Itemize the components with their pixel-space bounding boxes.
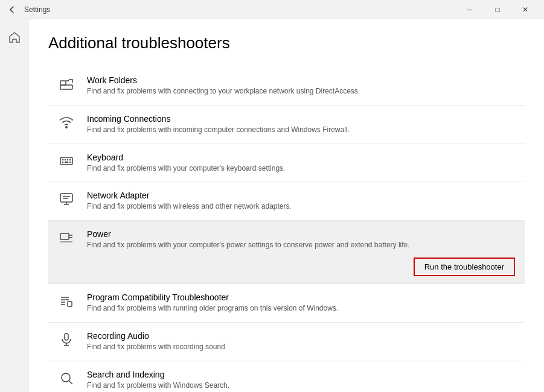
item-text-power: Power Find and fix problems with your co… bbox=[87, 229, 517, 250]
item-text-search-indexing: Search and Indexing Find and fix problem… bbox=[87, 370, 517, 391]
svg-rect-24 bbox=[68, 302, 72, 306]
troubleshooter-item-keyboard[interactable]: Keyboard Find and fix problems with your… bbox=[48, 144, 525, 183]
item-desc-recording-audio: Find and fix problems with recording sou… bbox=[87, 342, 517, 352]
item-title-recording-audio: Recording Audio bbox=[87, 331, 517, 341]
svg-line-29 bbox=[69, 381, 73, 384]
item-text-program-compatibility: Program Compatibility Troubleshooter Fin… bbox=[87, 292, 517, 314]
item-title-search-indexing: Search and Indexing bbox=[87, 370, 517, 379]
svg-rect-11 bbox=[60, 194, 72, 202]
title-bar: Settings ─ □ ✕ bbox=[0, 0, 544, 19]
maximize-button[interactable]: □ bbox=[484, 0, 511, 19]
keyboard-icon bbox=[56, 154, 77, 168]
item-text-keyboard: Keyboard Find and fix problems with your… bbox=[87, 153, 517, 174]
microphone-icon bbox=[56, 332, 77, 347]
power-icon bbox=[56, 230, 77, 245]
sidebar bbox=[0, 19, 29, 392]
run-troubleshooter-button[interactable]: Run the troubleshooter bbox=[414, 258, 515, 276]
item-desc-work-folders: Find and fix problems with connecting to… bbox=[87, 86, 517, 96]
window-title: Settings bbox=[24, 5, 456, 14]
item-title-power: Power bbox=[87, 229, 517, 239]
item-desc-keyboard: Find and fix problems with your computer… bbox=[87, 163, 517, 174]
item-desc-network-adapter: Find and fix problems with wireless and … bbox=[87, 201, 517, 212]
item-title-network-adapter: Network Adapter bbox=[87, 191, 517, 200]
troubleshooter-list: Work Folders Find and fix problems with … bbox=[48, 67, 525, 392]
item-title-incoming-connections: Incoming Connections bbox=[87, 114, 517, 124]
folders-icon bbox=[56, 77, 77, 91]
item-desc-program-compatibility: Find and fix problems with running older… bbox=[87, 303, 517, 314]
minimize-button[interactable]: ─ bbox=[456, 0, 484, 19]
item-desc-incoming-connections: Find and fix problems with incoming comp… bbox=[87, 125, 517, 135]
troubleshooter-item-work-folders[interactable]: Work Folders Find and fix problems with … bbox=[48, 67, 525, 106]
item-text-work-folders: Work Folders Find and fix problems with … bbox=[87, 75, 517, 96]
search-icon bbox=[56, 371, 77, 385]
item-title-work-folders: Work Folders bbox=[87, 75, 517, 85]
item-text-incoming-connections: Incoming Connections Find and fix proble… bbox=[87, 114, 517, 135]
item-text-recording-audio: Recording Audio Find and fix problems wi… bbox=[87, 331, 517, 352]
troubleshooter-item-recording-audio[interactable]: Recording Audio Find and fix problems wi… bbox=[48, 323, 525, 361]
page-title: Additional troubleshooters bbox=[48, 34, 525, 52]
svg-rect-16 bbox=[60, 233, 69, 239]
troubleshooter-item-program-compatibility[interactable]: Program Compatibility Troubleshooter Fin… bbox=[48, 284, 525, 323]
troubleshooter-item-network-adapter[interactable]: Network Adapter Find and fix problems wi… bbox=[48, 182, 525, 221]
troubleshooter-item-incoming-connections[interactable]: Incoming Connections Find and fix proble… bbox=[48, 106, 525, 144]
svg-rect-1 bbox=[60, 85, 72, 89]
svg-point-2 bbox=[66, 127, 67, 128]
home-icon[interactable] bbox=[4, 27, 25, 48]
network-icon bbox=[56, 192, 77, 206]
troubleshooter-item-search-indexing[interactable]: Search and Indexing Find and fix problem… bbox=[48, 361, 525, 392]
troubleshooter-item-power[interactable]: Power Find and fix problems with your co… bbox=[48, 221, 525, 284]
content-area: Additional troubleshooters Work Folders … bbox=[29, 19, 544, 392]
back-button[interactable] bbox=[5, 2, 19, 17]
item-title-keyboard: Keyboard bbox=[87, 153, 517, 162]
svg-rect-3 bbox=[60, 157, 72, 165]
programs-icon bbox=[56, 294, 77, 308]
item-desc-search-indexing: Find and fix problems with Windows Searc… bbox=[87, 381, 517, 391]
svg-rect-0 bbox=[60, 81, 66, 85]
svg-point-28 bbox=[62, 373, 70, 382]
window-controls: ─ □ ✕ bbox=[456, 0, 539, 19]
svg-rect-25 bbox=[65, 334, 68, 340]
item-title-program-compatibility: Program Compatibility Troubleshooter bbox=[87, 292, 517, 302]
item-desc-power: Find and fix problems with your computer… bbox=[87, 240, 517, 250]
item-text-network-adapter: Network Adapter Find and fix problems wi… bbox=[87, 191, 517, 212]
main-content: Additional troubleshooters Work Folders … bbox=[0, 19, 544, 392]
wifi-icon bbox=[56, 115, 77, 130]
close-button[interactable]: ✕ bbox=[511, 0, 539, 19]
